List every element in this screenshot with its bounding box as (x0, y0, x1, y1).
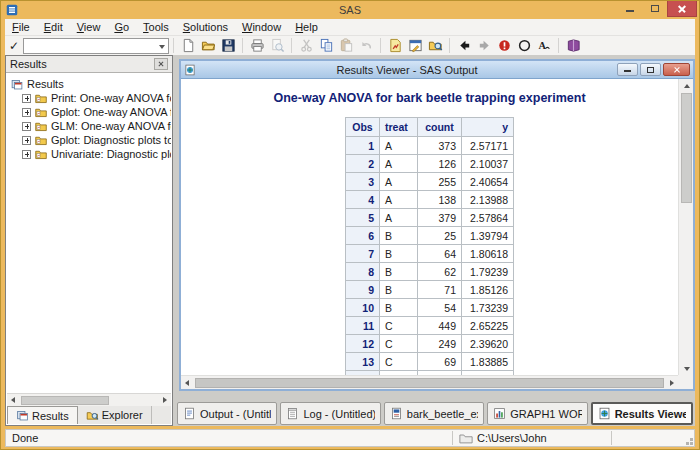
scroll-up-icon[interactable] (679, 79, 694, 92)
cell-y: 2.65225 (462, 317, 514, 335)
scrollbar-thumb[interactable] (681, 93, 692, 203)
tree-item[interactable]: Gplot: One-way ANOVA for bark (10, 105, 171, 119)
menu-item[interactable]: View (70, 19, 108, 35)
window-tab-output[interactable]: Output - (Untitle... (177, 402, 277, 425)
close-button[interactable] (667, 1, 697, 17)
menu-item[interactable]: File (5, 19, 37, 35)
maximize-button[interactable] (642, 1, 667, 16)
results-folder-icon (34, 134, 48, 147)
cell-treat: C (380, 353, 418, 371)
print-button[interactable] (247, 37, 267, 55)
tree-item[interactable]: Gplot: Diagnostic plots to check A (10, 133, 171, 147)
results-panel-close-button[interactable] (154, 58, 168, 70)
menu-item[interactable]: Go (107, 19, 136, 35)
window-tab-results-viewer[interactable]: Results Viewer ... (591, 402, 693, 425)
viewer-maximize-button[interactable] (640, 63, 661, 76)
anova-data-table: Obs treat count y 1 A (345, 117, 514, 375)
status-message: Done (6, 432, 452, 444)
scrollbar-corner (678, 375, 693, 389)
cell-obs: 1 (346, 137, 380, 155)
print-preview-button[interactable] (267, 37, 287, 55)
program-editor-button[interactable] (405, 37, 425, 55)
tab-results[interactable]: Results (7, 406, 78, 424)
results-folder-icon (34, 92, 48, 105)
undo-button[interactable] (356, 37, 376, 55)
expand-icon[interactable] (22, 108, 31, 117)
command-input[interactable] (26, 40, 154, 52)
scroll-down-icon[interactable] (679, 362, 694, 375)
working-directory[interactable]: C:\Users\John (453, 432, 611, 444)
cell-count: 379 (418, 209, 462, 227)
explorer-tab-icon (86, 409, 99, 422)
menu-item[interactable]: Solutions (176, 19, 235, 35)
tree-item[interactable]: GLM: One-way ANOVA for bark b (10, 119, 171, 133)
output-window-icon (183, 407, 196, 420)
table-row: 6 B 25 1.39794 (346, 227, 514, 245)
new-document-button[interactable] (178, 37, 198, 55)
fonts-button[interactable] (534, 37, 554, 55)
menu-bar: File Edit View Go Tools Solutions Window… (5, 19, 695, 36)
tree-item[interactable]: Univariate: Diagnostic plots to ch (10, 147, 171, 161)
scroll-right-icon[interactable] (159, 395, 171, 406)
resize-grip[interactable] (690, 442, 693, 445)
viewer-minimize-button[interactable] (617, 63, 638, 76)
cell-y: 2.10037 (462, 155, 514, 173)
tree-root[interactable]: Results (10, 77, 171, 91)
scrollbar-thumb[interactable] (21, 396, 109, 405)
viewer-hscrollbar[interactable] (181, 375, 678, 389)
open-button[interactable] (198, 37, 218, 55)
scroll-left-icon[interactable] (7, 395, 19, 406)
viewer-title-bar[interactable]: Results Viewer - SAS Output (181, 61, 693, 79)
window-tab-editor[interactable]: bark_beetle_exp... (384, 402, 484, 425)
results-panel-title: Results (10, 58, 154, 70)
viewer-close-button[interactable] (663, 63, 690, 76)
cell-obs: 2 (346, 155, 380, 173)
cell-count: 449 (418, 317, 462, 335)
cell-treat: B (380, 245, 418, 263)
workspace: Results Results Print: One-way ANOVA for… (5, 55, 695, 426)
scrollbar-thumb[interactable] (195, 378, 664, 388)
scroll-right-icon[interactable] (666, 377, 678, 388)
menu-item[interactable]: Edit (37, 19, 70, 35)
fonts-icon (537, 38, 552, 53)
scroll-left-icon[interactable] (181, 377, 193, 388)
table-row: 3 A 255 2.40654 (346, 173, 514, 191)
submit-button[interactable] (385, 37, 405, 55)
cancel-submit-button[interactable] (514, 37, 534, 55)
cell-count: 373 (418, 137, 462, 155)
menu-item[interactable]: Window (235, 19, 288, 35)
menu-item[interactable]: Tools (136, 19, 176, 35)
save-button[interactable] (218, 37, 238, 55)
command-check-icon[interactable] (5, 37, 23, 54)
help-book-icon (566, 38, 581, 53)
tab-explorer[interactable]: Explorer (78, 406, 152, 424)
expand-icon[interactable] (22, 136, 31, 145)
cut-button[interactable] (296, 37, 316, 55)
editor-window-icon (390, 407, 403, 420)
minimize-button[interactable] (617, 1, 642, 16)
command-combobox[interactable] (23, 38, 169, 54)
expand-icon[interactable] (22, 150, 31, 159)
menu-item[interactable]: Help (288, 19, 325, 35)
help-button[interactable] (563, 37, 583, 55)
table-row: 2 A 126 2.10037 (346, 155, 514, 173)
back-button[interactable] (454, 37, 474, 55)
chevron-down-icon[interactable] (159, 45, 165, 49)
cell-y: 2.57171 (462, 137, 514, 155)
column-header-treat: treat (380, 118, 418, 137)
interrupt-button[interactable] (494, 37, 514, 55)
viewer-vscrollbar[interactable] (678, 79, 693, 375)
window-tab-graph[interactable]: GRAPH1 WORK.... (487, 402, 587, 425)
expand-icon[interactable] (22, 94, 31, 103)
toolbar-separator (558, 38, 559, 53)
cell-obs: 11 (346, 317, 380, 335)
copy-button[interactable] (316, 37, 336, 55)
paste-button[interactable] (336, 37, 356, 55)
expand-icon[interactable] (22, 122, 31, 131)
explorer-button[interactable] (425, 37, 445, 55)
column-header-obs: Obs (346, 118, 380, 137)
tree-item[interactable]: Print: One-way ANOVA for bark b (10, 91, 171, 105)
results-panel-hscrollbar[interactable] (7, 393, 171, 406)
forward-button[interactable] (474, 37, 494, 55)
window-tab-log[interactable]: Log - (Untitled) (280, 402, 380, 425)
